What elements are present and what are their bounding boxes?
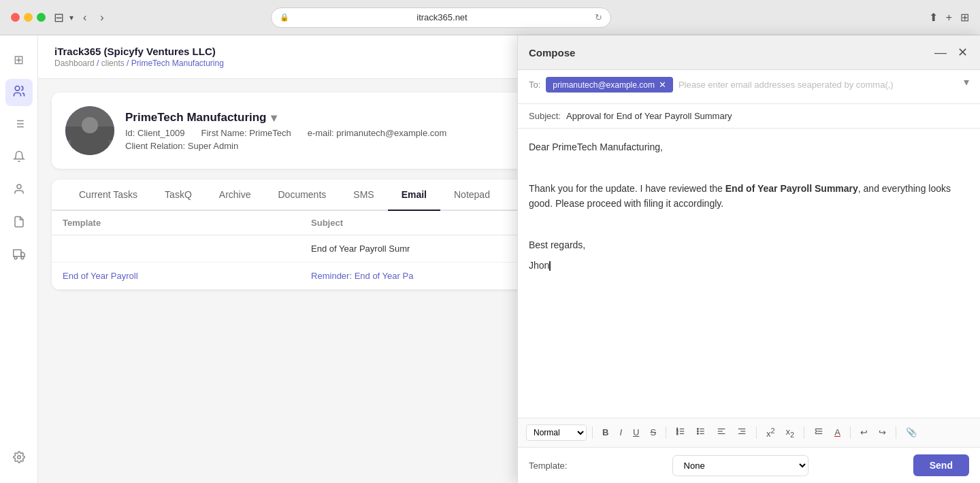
tab-documents[interactable]: Documents bbox=[264, 180, 340, 211]
subject-label: Subject: bbox=[529, 111, 561, 121]
font-color-button[interactable]: A bbox=[830, 424, 845, 440]
minimize-compose-button[interactable]: — bbox=[933, 44, 948, 61]
brand-section: iTrack365 (Spicyfy Ventures LLC) Dashboa… bbox=[54, 46, 224, 68]
maximize-button[interactable] bbox=[37, 13, 46, 22]
compose-subject: Subject: Approval for End of Year Payrol… bbox=[518, 104, 980, 129]
body-regards: Best regards, bbox=[529, 237, 969, 252]
body-empty-1 bbox=[529, 160, 969, 175]
traffic-lights bbox=[11, 13, 46, 22]
align-left-button[interactable] bbox=[713, 424, 730, 441]
back-button[interactable]: ‹ bbox=[79, 10, 91, 25]
compose-header: Compose — ✕ bbox=[518, 35, 980, 70]
body-greeting: Dear PrimeTech Manufacturing, bbox=[529, 139, 969, 154]
text-cursor bbox=[549, 261, 551, 271]
redo-button[interactable]: ↪ bbox=[875, 424, 890, 440]
tab-email[interactable]: Email bbox=[388, 180, 440, 211]
superscript-button[interactable]: x2 bbox=[762, 424, 779, 442]
sidebar-item-services[interactable] bbox=[5, 242, 33, 269]
chevron-down-icon[interactable]: ▾ bbox=[69, 13, 74, 22]
format-select[interactable]: Normal Heading 1 Heading 2 bbox=[526, 424, 587, 441]
svg-point-0 bbox=[15, 86, 20, 90]
toolbar-divider-4 bbox=[804, 427, 804, 439]
undo-button[interactable]: ↩ bbox=[856, 424, 872, 440]
align-right-button[interactable] bbox=[733, 424, 751, 441]
email-template-1 bbox=[52, 235, 300, 263]
to-label: To: bbox=[529, 76, 540, 90]
person-icon bbox=[13, 183, 25, 199]
bell-icon bbox=[13, 150, 25, 166]
strikethrough-button[interactable]: S bbox=[646, 424, 660, 440]
toolbar-divider-6 bbox=[896, 427, 896, 439]
breadcrumb-clients[interactable]: clients bbox=[101, 59, 125, 68]
client-dropdown-arrow[interactable]: ▾ bbox=[271, 111, 277, 125]
bag-icon bbox=[13, 248, 25, 264]
svg-rect-8 bbox=[13, 250, 20, 256]
sidebar-item-clients[interactable] bbox=[5, 79, 33, 106]
indent-button[interactable] bbox=[810, 424, 828, 441]
sidebar-item-tasks[interactable] bbox=[5, 112, 33, 139]
col-template: Template bbox=[52, 211, 300, 235]
tab-current-tasks[interactable]: Current Tasks bbox=[65, 180, 151, 211]
tab-taskq[interactable]: TaskQ bbox=[151, 180, 206, 211]
compose-toolbar: Normal Heading 1 Heading 2 B I U S 123 bbox=[518, 418, 980, 447]
share-icon[interactable]: ⬆ bbox=[929, 11, 938, 24]
body-main: Thank you for the update. I have reviewe… bbox=[529, 181, 969, 212]
email-template-2: End of Year Payroll bbox=[52, 263, 300, 290]
ordered-list-button[interactable]: 123 bbox=[672, 424, 689, 441]
doc-icon bbox=[13, 216, 25, 231]
attachment-button[interactable]: 📎 bbox=[902, 424, 921, 440]
forward-button[interactable]: › bbox=[96, 10, 108, 25]
remove-recipient-button[interactable]: ✕ bbox=[659, 80, 666, 90]
italic-button[interactable]: I bbox=[615, 424, 626, 440]
svg-point-11 bbox=[21, 256, 24, 259]
send-button[interactable]: Send bbox=[913, 454, 969, 476]
sidebar-item-dashboard[interactable]: ⊞ bbox=[5, 46, 33, 73]
lock-icon: 🔒 bbox=[280, 13, 289, 22]
recipient-chip[interactable]: primanutech@example.com ✕ bbox=[546, 77, 673, 93]
toolbar-divider-5 bbox=[850, 427, 851, 439]
svg-point-30 bbox=[698, 429, 699, 430]
subscript-button[interactable]: x2 bbox=[782, 424, 799, 442]
client-avatar bbox=[65, 106, 114, 155]
extensions-icon[interactable]: ⊞ bbox=[960, 11, 969, 24]
compose-body[interactable]: Dear PrimeTech Manufacturing, Thank you … bbox=[518, 129, 980, 418]
breadcrumb-current: PrimeTech Manufacturing bbox=[131, 59, 224, 68]
sidebar-toggle[interactable]: ⊟ bbox=[54, 10, 64, 25]
breadcrumb-dashboard[interactable]: Dashboard bbox=[54, 59, 95, 68]
sidebar-item-settings[interactable] bbox=[5, 445, 33, 472]
tab-sms[interactable]: SMS bbox=[340, 180, 387, 211]
subject-value: Approval for End of Year Payroll Summary bbox=[566, 111, 732, 121]
unordered-list-button[interactable] bbox=[692, 424, 710, 441]
sidebar-item-documents[interactable] bbox=[5, 210, 33, 237]
underline-button[interactable]: U bbox=[629, 424, 643, 440]
compose-overlay: Compose — ✕ To: primanutech@example.com … bbox=[517, 35, 980, 483]
bold-button[interactable]: B bbox=[598, 424, 612, 440]
sidebar-item-contacts[interactable] bbox=[5, 177, 33, 204]
brand-name: iTrack365 (Spicyfy Ventures LLC) bbox=[54, 46, 224, 57]
client-firstname: First Name: PrimeTech bbox=[201, 128, 291, 138]
browser-navigation: ⊟ ▾ ‹ › bbox=[54, 10, 108, 25]
tab-archive[interactable]: Archive bbox=[206, 180, 265, 211]
template-select[interactable]: None End of Year Payroll Reminder Templa… bbox=[672, 455, 808, 476]
expand-recipients-button[interactable]: ▾ bbox=[964, 76, 969, 88]
body-empty-2 bbox=[529, 217, 969, 232]
refresh-icon[interactable]: ↻ bbox=[595, 12, 602, 22]
compose-template-row: Template: None End of Year Payroll Remin… bbox=[518, 447, 980, 483]
users-icon bbox=[12, 84, 26, 101]
sidebar-item-notifications[interactable] bbox=[5, 144, 33, 171]
svg-text:3: 3 bbox=[676, 433, 678, 435]
address-bar[interactable]: 🔒 itrack365.net ↻ bbox=[271, 7, 611, 28]
close-compose-button[interactable]: ✕ bbox=[956, 44, 969, 61]
new-tab-icon[interactable]: + bbox=[946, 12, 952, 24]
browser-chrome: ⊟ ▾ ‹ › 🔒 itrack365.net ↻ ⬆ + ⊞ bbox=[0, 0, 980, 35]
client-email: e-mail: primanutech@example.com bbox=[308, 128, 447, 138]
client-image bbox=[65, 106, 114, 155]
url-text: itrack365.net bbox=[293, 12, 591, 22]
close-button[interactable] bbox=[11, 13, 20, 22]
browser-actions: ⬆ + ⊞ bbox=[929, 11, 969, 24]
tab-notepad[interactable]: Notepad bbox=[440, 180, 504, 211]
svg-rect-19 bbox=[71, 137, 109, 155]
minimize-button[interactable] bbox=[24, 13, 33, 22]
svg-point-10 bbox=[14, 256, 17, 259]
to-chips-area: primanutech@example.com ✕ Please enter e… bbox=[546, 76, 958, 94]
